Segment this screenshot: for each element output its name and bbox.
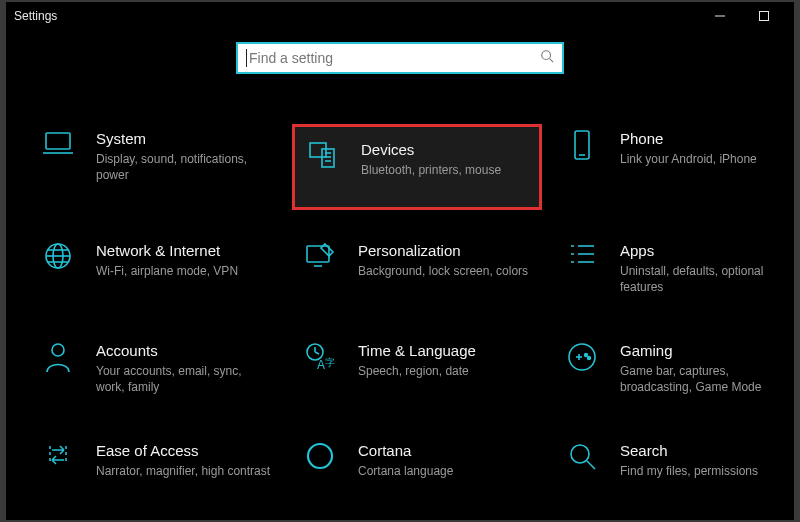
settings-window: Settings Find a setting System Display, … <box>6 2 794 520</box>
tile-desc: Game bar, captures, broadcasting, Game M… <box>620 363 796 395</box>
maximize-button[interactable] <box>742 2 786 30</box>
tile-cortana[interactable]: Cortana Cortana language <box>292 436 542 510</box>
svg-rect-6 <box>310 143 326 157</box>
tile-desc: Narrator, magnifier, high contrast <box>96 463 272 479</box>
personalization-icon <box>300 242 340 268</box>
titlebar: Settings <box>6 2 794 30</box>
svg-point-38 <box>571 445 589 463</box>
phone-icon <box>562 130 602 160</box>
tile-desc: Uninstall, defaults, optional features <box>620 263 796 295</box>
tile-title: Search <box>620 442 796 461</box>
svg-text:字: 字 <box>325 357 335 368</box>
system-icon <box>38 130 78 156</box>
tile-title: Gaming <box>620 342 796 361</box>
tile-title: Cortana <box>358 442 534 461</box>
globe-icon <box>38 242 78 270</box>
svg-rect-4 <box>46 133 70 149</box>
window-title: Settings <box>14 9 57 23</box>
tile-title: Phone <box>620 130 796 149</box>
tile-phone[interactable]: Phone Link your Android, iPhone <box>554 124 800 210</box>
devices-icon <box>303 141 343 169</box>
text-caret <box>246 49 247 67</box>
search-row: Find a setting <box>6 30 794 74</box>
tile-desc: Find my files, permissions <box>620 463 796 479</box>
svg-text:A: A <box>317 358 325 372</box>
minimize-button[interactable] <box>698 2 742 30</box>
settings-grid: System Display, sound, notifications, po… <box>6 124 794 510</box>
tile-title: Time & Language <box>358 342 534 361</box>
tile-desc: Background, lock screen, colors <box>358 263 534 279</box>
tile-apps[interactable]: Apps Uninstall, defaults, optional featu… <box>554 236 800 310</box>
tile-desc: Your accounts, email, sync, work, family <box>96 363 272 395</box>
minimize-icon <box>715 11 725 21</box>
svg-line-29 <box>315 352 319 354</box>
tile-title: Personalization <box>358 242 534 261</box>
tile-desc: Cortana language <box>358 463 534 479</box>
gaming-icon <box>562 342 602 372</box>
search-input[interactable]: Find a setting <box>236 42 564 74</box>
tile-devices[interactable]: Devices Bluetooth, printers, mouse <box>292 124 542 210</box>
tile-title: Network & Internet <box>96 242 272 261</box>
time-language-icon: A字 <box>300 342 340 372</box>
tile-desc: Link your Android, iPhone <box>620 151 796 167</box>
maximize-icon <box>759 11 769 21</box>
accounts-icon <box>38 342 78 372</box>
svg-point-2 <box>542 51 551 60</box>
search-placeholder: Find a setting <box>249 50 540 66</box>
svg-point-35 <box>585 354 588 357</box>
svg-rect-7 <box>322 149 334 167</box>
tile-time-language[interactable]: A字 Time & Language Speech, region, date <box>292 336 542 410</box>
cortana-icon <box>300 442 340 470</box>
tile-system[interactable]: System Display, sound, notifications, po… <box>30 124 280 210</box>
tile-ease-of-access[interactable]: Ease of Access Narrator, magnifier, high… <box>30 436 280 510</box>
tile-personalization[interactable]: Personalization Background, lock screen,… <box>292 236 542 310</box>
tile-desc: Bluetooth, printers, mouse <box>361 162 531 178</box>
tile-search[interactable]: Search Find my files, permissions <box>554 436 800 510</box>
tile-gaming[interactable]: Gaming Game bar, captures, broadcasting,… <box>554 336 800 410</box>
svg-line-39 <box>587 461 595 469</box>
tile-title: System <box>96 130 272 149</box>
tile-accounts[interactable]: Accounts Your accounts, email, sync, wor… <box>30 336 280 410</box>
tile-network[interactable]: Network & Internet Wi-Fi, airplane mode,… <box>30 236 280 310</box>
tile-title: Devices <box>361 141 531 160</box>
tile-desc: Wi-Fi, airplane mode, VPN <box>96 263 272 279</box>
svg-point-36 <box>588 357 591 360</box>
svg-point-37 <box>308 444 332 468</box>
tile-title: Accounts <box>96 342 272 361</box>
search-tile-icon <box>562 442 602 470</box>
svg-point-26 <box>52 344 64 356</box>
svg-rect-18 <box>307 246 329 262</box>
tile-title: Ease of Access <box>96 442 272 461</box>
svg-rect-1 <box>760 12 769 21</box>
svg-line-3 <box>550 59 554 63</box>
ease-of-access-icon <box>38 442 78 470</box>
tile-desc: Speech, region, date <box>358 363 534 379</box>
tile-desc: Display, sound, notifications, power <box>96 151 272 183</box>
apps-icon <box>562 242 602 266</box>
search-icon <box>540 49 554 67</box>
tile-title: Apps <box>620 242 796 261</box>
